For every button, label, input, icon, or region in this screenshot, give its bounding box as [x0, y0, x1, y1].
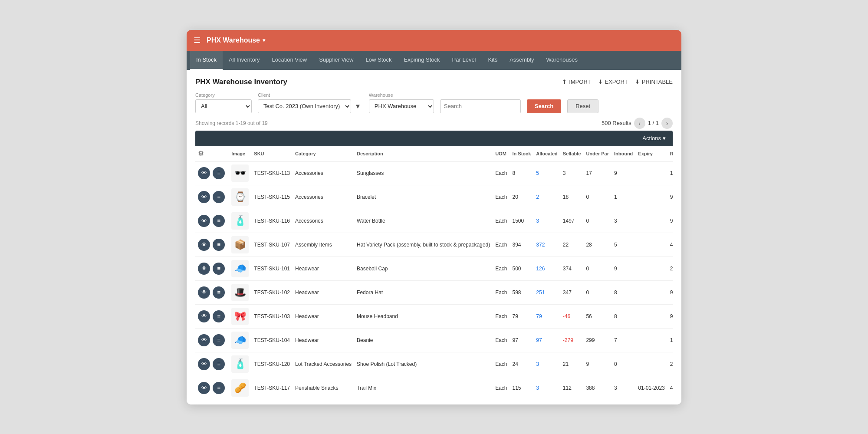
list-icon[interactable]: ≡: [213, 334, 225, 346]
list-icon[interactable]: ≡: [213, 263, 225, 275]
row-sku: TEST-SKU-101: [251, 256, 293, 280]
row-description: Beanie: [354, 328, 493, 352]
prev-page-button[interactable]: ‹: [634, 118, 645, 129]
gear-icon[interactable]: ⚙: [198, 150, 204, 157]
nav-item-in-stock[interactable]: In Stock: [190, 51, 223, 70]
row-sku: TEST-SKU-104: [251, 328, 293, 352]
printable-button[interactable]: ⬇ PRINTABLE: [635, 79, 673, 85]
actions-label: Actions: [642, 135, 661, 141]
list-icon[interactable]: ≡: [213, 382, 225, 394]
view-icon[interactable]: 👁: [198, 263, 210, 275]
list-icon[interactable]: ≡: [213, 215, 225, 227]
category-filter-group: Category All: [195, 92, 252, 113]
import-button[interactable]: ⬆ IMPORT: [562, 79, 591, 85]
actions-button[interactable]: Actions ▾: [642, 135, 666, 141]
reset-button[interactable]: Reset: [567, 99, 598, 113]
view-icon[interactable]: 👁: [198, 167, 210, 179]
row-expiry: [635, 161, 667, 185]
client-filter-group: Client Test Co. 2023 (Own Inventory) ▼: [258, 92, 363, 113]
row-underpar: 56: [583, 304, 612, 328]
category-select[interactable]: All: [195, 99, 252, 113]
row-category: Headwear: [293, 304, 354, 328]
nav-item-assembly[interactable]: Assembly: [503, 51, 540, 70]
table-row: 👁 ≡ 🥜 TEST-SKU-117 Perishable Snacks Tra…: [195, 376, 673, 400]
view-icon[interactable]: 👁: [198, 286, 210, 299]
row-allocated: 3: [533, 209, 560, 233]
row-category: Headwear: [293, 280, 354, 304]
row-sellable: 18: [560, 185, 584, 209]
list-icon[interactable]: ≡: [213, 358, 225, 370]
row-instock: 8: [510, 161, 534, 185]
row-instock: 1500: [510, 209, 534, 233]
row-actions-cell: 👁 ≡: [195, 185, 229, 209]
row-underpar: 0: [583, 256, 612, 280]
row-image-cell: 🧢: [229, 256, 251, 280]
row-description: Bracelet: [354, 185, 493, 209]
inventory-table: ⚙ Image SKU Category Description UOM In …: [195, 146, 673, 400]
list-icon[interactable]: ≡: [213, 286, 225, 299]
view-icon[interactable]: 👁: [198, 310, 210, 322]
row-sellable: 21: [560, 352, 584, 376]
row-allocated: 372: [533, 233, 560, 256]
table-header-row: ⚙ Image SKU Category Description UOM In …: [195, 146, 673, 161]
client-filter-icon[interactable]: ▼: [353, 102, 363, 110]
export-button[interactable]: ⬇ EXPORT: [598, 79, 628, 85]
row-allocated: 5: [533, 161, 560, 185]
row-sku: TEST-SKU-102: [251, 280, 293, 304]
th-reorder: Re-Order: [667, 146, 673, 161]
content-area: PHX Warehouse Inventory ⬆ IMPORT ⬇ EXPOR…: [187, 70, 681, 404]
nav-item-location-view[interactable]: Location View: [266, 51, 313, 70]
list-icon[interactable]: ≡: [213, 167, 225, 179]
view-icon[interactable]: 👁: [198, 215, 210, 227]
view-icon[interactable]: 👁: [198, 239, 210, 251]
table-row: 👁 ≡ 🧴 TEST-SKU-116 Accessories Water Bot…: [195, 209, 673, 233]
nav-item-par-level[interactable]: Par Level: [446, 51, 482, 70]
pagination: 500 Results ‹ 1 / 1 ›: [602, 118, 673, 129]
nav-item-supplier-view[interactable]: Supplier View: [313, 51, 359, 70]
next-page-button[interactable]: ›: [661, 118, 673, 129]
search-input[interactable]: [440, 99, 521, 113]
row-reorder: 27: [667, 352, 673, 376]
results-count[interactable]: 500 Results: [602, 120, 631, 126]
row-category: Accessories: [293, 161, 354, 185]
view-icon[interactable]: 👁: [198, 382, 210, 394]
product-image: 🎀: [231, 308, 249, 325]
row-expiry: [635, 209, 667, 233]
import-label: IMPORT: [569, 79, 591, 85]
row-allocated: 251: [533, 280, 560, 304]
nav-item-warehouses[interactable]: Warehouses: [540, 51, 584, 70]
row-description: Trail Mix: [354, 376, 493, 400]
row-instock: 20: [510, 185, 534, 209]
row-uom: Each: [493, 185, 510, 209]
view-icon[interactable]: 👁: [198, 334, 210, 346]
top-bar: ☰ PHX Warehouse ▾: [187, 30, 681, 51]
row-instock: 598: [510, 280, 534, 304]
list-icon[interactable]: ≡: [213, 310, 225, 322]
row-expiry: [635, 280, 667, 304]
warehouse-select[interactable]: PHX Warehouse: [369, 99, 434, 113]
view-icon[interactable]: 👁: [198, 358, 210, 370]
row-inbound: 0: [612, 352, 635, 376]
row-allocated: 3: [533, 376, 560, 400]
row-sellable: 22: [560, 233, 584, 256]
row-uom: Each: [493, 233, 510, 256]
client-select[interactable]: Test Co. 2023 (Own Inventory): [258, 99, 351, 113]
list-icon[interactable]: ≡: [213, 191, 225, 203]
list-icon[interactable]: ≡: [213, 239, 225, 251]
hamburger-icon[interactable]: ☰: [194, 36, 201, 45]
nav-item-kits[interactable]: Kits: [482, 51, 504, 70]
nav-item-all-inventory[interactable]: All Inventory: [223, 51, 266, 70]
row-reorder: 18: [667, 161, 673, 185]
row-instock: 24: [510, 352, 534, 376]
export-icon: ⬇: [598, 79, 603, 85]
view-icon[interactable]: 👁: [198, 191, 210, 203]
app-title[interactable]: PHX Warehouse ▾: [207, 36, 265, 44]
nav-item-low-stock[interactable]: Low Stock: [360, 51, 398, 70]
row-image-cell: 📦: [229, 233, 251, 256]
actions-bar: Actions ▾: [195, 131, 673, 146]
nav-item-expiring-stock[interactable]: Expiring Stock: [398, 51, 446, 70]
client-label: Client: [258, 92, 363, 98]
row-uom: Each: [493, 376, 510, 400]
search-button[interactable]: Search: [527, 99, 561, 113]
product-image: 📦: [231, 236, 249, 253]
